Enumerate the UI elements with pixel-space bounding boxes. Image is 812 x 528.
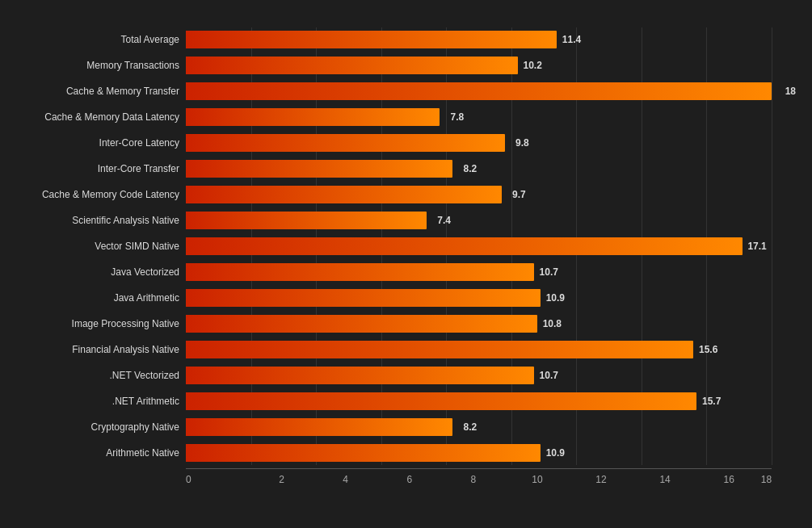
bar-value-label: 15.6	[699, 344, 717, 355]
bar: 10.2	[186, 57, 518, 74]
x-tick: 2	[250, 474, 313, 485]
bar-label: Total Average	[18, 34, 179, 45]
x-tick: 0	[186, 474, 250, 485]
bar-row: Vector SIMD Native17.1	[186, 234, 772, 258]
bar: 9.7	[186, 186, 502, 203]
bar-wrapper: 15.6	[186, 341, 772, 358]
bar-wrapper: 8.2	[186, 418, 772, 436]
grid-line	[772, 27, 772, 465]
bar-value-label: 7.8	[450, 111, 464, 123]
x-tick: 6	[377, 474, 441, 485]
x-tick: 10	[505, 474, 569, 485]
bar-label: Cryptography Native	[18, 421, 179, 433]
bar-row: Memory Transactions10.2	[186, 53, 772, 78]
bar: 7.8	[186, 108, 440, 126]
bar-row: Cache & Memory Transfer18	[186, 79, 772, 103]
chart-title	[16, 8, 796, 27]
bar: 10.7	[186, 367, 534, 384]
bar-label: Inter-Core Transfer	[18, 163, 179, 174]
bar: 10.7	[186, 263, 534, 281]
bar-row: Cache & Memory Code Latency9.7	[186, 182, 772, 207]
bar: 9.8	[186, 134, 505, 152]
bar-wrapper: 7.8	[186, 108, 772, 126]
bar-value-label: 7.4	[437, 215, 451, 226]
bar-label: .NET Vectorized	[18, 370, 179, 381]
bar-value-label: 10.8	[543, 318, 562, 329]
bar-label: Java Arithmetic	[18, 292, 179, 304]
bar-label: Arithmetic Native	[18, 447, 179, 459]
x-tick: 18	[761, 474, 772, 485]
bar-label: Java Vectorized	[18, 266, 179, 278]
bar-wrapper: 9.7	[186, 186, 772, 203]
bar-wrapper: 10.7	[186, 367, 772, 384]
x-axis: 024681012141618	[186, 468, 772, 485]
bar-row: Inter-Core Latency9.8	[186, 131, 772, 155]
x-tick: 8	[441, 474, 505, 485]
bar-label: Cache & Memory Transfer	[18, 86, 179, 97]
chart-container: Total Average11.4Memory Transactions10.2…	[0, 0, 812, 528]
bar-label: .NET Arithmetic	[18, 396, 179, 407]
bar: 7.4	[186, 212, 427, 229]
bar-label: Image Processing Native	[18, 318, 179, 329]
bar-label: Cache & Memory Code Latency	[18, 189, 179, 200]
bar-row: .NET Arithmetic15.7	[186, 389, 772, 413]
bar-value-label: 8.2	[464, 421, 478, 433]
bar-row: Inter-Core Transfer8.2	[186, 157, 772, 181]
x-tick: 14	[633, 474, 697, 485]
bar: 10.9	[186, 289, 541, 307]
bar-wrapper: 10.8	[186, 315, 772, 333]
bar-value-label: 9.8	[515, 137, 529, 149]
x-tick: 4	[313, 474, 377, 485]
bar-row: .NET Vectorized10.7	[186, 363, 772, 388]
x-tick: 12	[569, 474, 633, 485]
bar-row: Image Processing Native10.8	[186, 312, 772, 336]
bar: 15.7	[186, 392, 696, 410]
bar: 11.4	[186, 31, 557, 48]
bar-row: Arithmetic Native10.9	[186, 441, 772, 465]
bar-value-label: 18	[785, 86, 796, 97]
bar: 10.8	[186, 315, 537, 333]
bar-value-label: 15.7	[702, 396, 721, 407]
bar-wrapper: 10.9	[186, 289, 772, 307]
bar-row: Cryptography Native8.2	[186, 415, 772, 439]
bar-value-label: 11.4	[562, 34, 581, 45]
bar-label: Scientific Analysis Native	[18, 215, 179, 226]
bar-value-label: 10.9	[546, 447, 565, 459]
bar-label: Financial Analysis Native	[18, 344, 179, 355]
bar: 10.9	[186, 444, 541, 462]
bar-row: Total Average11.4	[186, 27, 772, 52]
bar: 15.6	[186, 341, 693, 358]
bar-row: Java Arithmetic10.9	[186, 286, 772, 310]
bar-wrapper: 11.4	[186, 31, 772, 48]
bars-area: Total Average11.4Memory Transactions10.2…	[186, 27, 772, 465]
bar: 18	[186, 82, 772, 100]
bar-wrapper: 9.8	[186, 134, 772, 152]
bar-value-label: 10.2	[523, 60, 541, 71]
bar-value-label: 8.2	[464, 163, 478, 174]
bar-wrapper: 7.4	[186, 212, 772, 229]
bar-row: Scientific Analysis Native7.4	[186, 208, 772, 233]
bar-row: Cache & Memory Data Latency7.8	[186, 105, 772, 129]
bar-value-label: 10.9	[546, 292, 565, 304]
bar-wrapper: 18	[186, 82, 772, 100]
bar-wrapper: 17.1	[186, 237, 772, 255]
bar-value-label: 10.7	[540, 370, 558, 381]
bar-label: Memory Transactions	[18, 60, 179, 71]
bar-value-label: 9.7	[512, 189, 526, 200]
bar-wrapper: 10.2	[186, 57, 772, 74]
bars-container: Total Average11.4Memory Transactions10.2…	[186, 27, 772, 465]
bar-wrapper: 8.2	[186, 160, 772, 178]
bar-label: Inter-Core Latency	[18, 137, 179, 149]
bar: 8.2	[186, 418, 452, 436]
bar: 17.1	[186, 237, 743, 255]
bar-label: Vector SIMD Native	[18, 241, 179, 252]
bar-label: Cache & Memory Data Latency	[18, 111, 179, 123]
bar: 8.2	[186, 160, 452, 178]
x-tick: 16	[697, 474, 761, 485]
bar-value-label: 17.1	[747, 241, 766, 252]
bar-wrapper: 15.7	[186, 392, 772, 410]
bar-wrapper: 10.9	[186, 444, 772, 462]
bar-wrapper: 10.7	[186, 263, 772, 281]
bar-value-label: 10.7	[540, 266, 558, 278]
bar-row: Java Vectorized10.7	[186, 260, 772, 284]
